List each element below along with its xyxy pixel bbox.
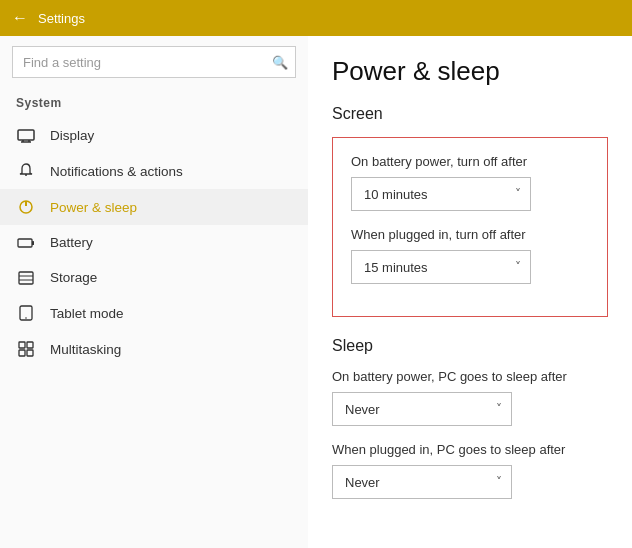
sleep-plugged-label: When plugged in, PC goes to sleep after	[332, 442, 608, 457]
screen-plugged-label: When plugged in, turn off after	[351, 227, 589, 242]
sidebar-item-label-notifications: Notifications & actions	[50, 164, 183, 179]
screen-battery-dropdown-wrapper: 1 minute2 minutes3 minutes5 minutes10 mi…	[351, 177, 531, 211]
multitasking-icon	[16, 341, 36, 357]
sidebar-item-label-tablet: Tablet mode	[50, 306, 124, 321]
svg-rect-8	[32, 241, 34, 245]
sidebar-item-tablet[interactable]: Tablet mode	[0, 295, 308, 331]
sleep-section-title: Sleep	[332, 337, 608, 355]
content-area: Power & sleep Screen On battery power, t…	[308, 36, 632, 548]
storage-icon	[16, 271, 36, 285]
power-icon	[16, 199, 36, 215]
svg-point-13	[25, 317, 27, 319]
nav-items-container: DisplayNotifications & actionsPower & sl…	[0, 118, 308, 367]
sidebar-item-notifications[interactable]: Notifications & actions	[0, 153, 308, 189]
sidebar-section-label: System	[0, 92, 308, 118]
sleep-battery-label: On battery power, PC goes to sleep after	[332, 369, 608, 384]
svg-rect-14	[19, 342, 25, 348]
svg-rect-9	[19, 272, 33, 284]
sleep-plugged-dropdown-wrapper: 1 minute2 minutes3 minutes5 minutes10 mi…	[332, 465, 512, 499]
search-icon: 🔍	[272, 55, 288, 70]
notifications-icon	[16, 163, 36, 179]
sidebar-item-power[interactable]: Power & sleep	[0, 189, 308, 225]
screen-battery-label: On battery power, turn off after	[351, 154, 589, 169]
sidebar-item-label-display: Display	[50, 128, 94, 143]
battery-icon	[16, 237, 36, 249]
sidebar-item-label-multitasking: Multitasking	[50, 342, 121, 357]
sleep-plugged-dropdown[interactable]: 1 minute2 minutes3 minutes5 minutes10 mi…	[332, 465, 512, 499]
svg-rect-0	[18, 130, 34, 140]
sidebar-item-label-battery: Battery	[50, 235, 93, 250]
screen-plugged-dropdown[interactable]: 1 minute2 minutes3 minutes5 minutes10 mi…	[351, 250, 531, 284]
sleep-battery-dropdown[interactable]: 1 minute2 minutes3 minutes5 minutes10 mi…	[332, 392, 512, 426]
screen-plugged-dropdown-wrapper: 1 minute2 minutes3 minutes5 minutes10 mi…	[351, 250, 531, 284]
page-title: Power & sleep	[332, 56, 608, 87]
sidebar-item-label-power: Power & sleep	[50, 200, 137, 215]
back-button[interactable]: ←	[12, 9, 28, 27]
sleep-battery-dropdown-wrapper: 1 minute2 minutes3 minutes5 minutes10 mi…	[332, 392, 512, 426]
sidebar-item-storage[interactable]: Storage	[0, 260, 308, 295]
title-bar-title: Settings	[38, 11, 85, 26]
sidebar: 🔍 System DisplayNotifications & actionsP…	[0, 36, 308, 548]
search-box: 🔍	[12, 46, 296, 78]
screen-panel: On battery power, turn off after 1 minut…	[332, 137, 608, 317]
display-icon	[16, 129, 36, 143]
screen-section-title: Screen	[332, 105, 608, 123]
sidebar-item-battery[interactable]: Battery	[0, 225, 308, 260]
svg-rect-7	[18, 239, 32, 247]
svg-rect-17	[27, 350, 33, 356]
sleep-section: Sleep On battery power, PC goes to sleep…	[332, 337, 608, 515]
screen-battery-dropdown[interactable]: 1 minute2 minutes3 minutes5 minutes10 mi…	[351, 177, 531, 211]
title-bar: ← Settings	[0, 0, 632, 36]
svg-rect-16	[19, 350, 25, 356]
search-input[interactable]	[12, 46, 296, 78]
tablet-icon	[16, 305, 36, 321]
sidebar-item-label-storage: Storage	[50, 270, 97, 285]
app-body: 🔍 System DisplayNotifications & actionsP…	[0, 36, 632, 548]
sidebar-item-display[interactable]: Display	[0, 118, 308, 153]
svg-rect-15	[27, 342, 33, 348]
sidebar-item-multitasking[interactable]: Multitasking	[0, 331, 308, 367]
